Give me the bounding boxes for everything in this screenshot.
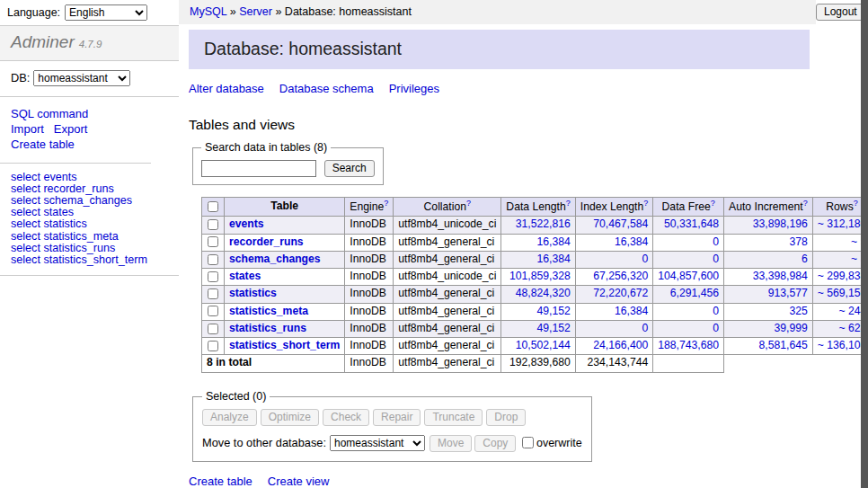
- truncate-button[interactable]: Truncate: [424, 409, 483, 426]
- row-checkbox[interactable]: [208, 271, 218, 282]
- auto-increment-link[interactable]: 8,581,645: [759, 339, 808, 351]
- optimize-button[interactable]: Optimize: [261, 409, 319, 426]
- help-link[interactable]: ?: [643, 199, 648, 208]
- auto-increment-link[interactable]: 39,999: [774, 322, 807, 334]
- data-free-link[interactable]: 0: [713, 322, 719, 334]
- select-all-cell: [202, 198, 225, 217]
- data-length-link[interactable]: 31,522,816: [516, 217, 571, 230]
- logout-button[interactable]: Logout: [816, 4, 865, 21]
- sidebar-link-sql-command[interactable]: SQL command: [11, 106, 88, 121]
- index-length-link[interactable]: 16,384: [615, 235, 648, 248]
- table-name-link[interactable]: statistics_runs: [229, 322, 306, 334]
- data-length-link[interactable]: 16,384: [537, 253, 571, 265]
- rows-estimate-link[interactable]: ~ 136,108: [818, 339, 861, 351]
- row-checkbox[interactable]: [208, 341, 218, 351]
- sidebar-select-recorder_runs[interactable]: select recorder_runs: [11, 183, 168, 195]
- link-create-view[interactable]: Create view: [268, 475, 330, 488]
- search-button[interactable]: Search: [324, 160, 375, 177]
- data-free-link[interactable]: 0: [713, 253, 719, 265]
- help-link[interactable]: ?: [854, 199, 858, 208]
- data-free-link[interactable]: 188,743,680: [658, 339, 719, 351]
- data-free-link[interactable]: 104,857,600: [658, 270, 719, 282]
- table-name-link[interactable]: statistics: [229, 287, 277, 299]
- table-name-link[interactable]: recorder_runs: [229, 235, 304, 248]
- row-checkbox[interactable]: [208, 236, 218, 247]
- breadcrumb-link[interactable]: Server: [239, 5, 272, 18]
- language-select[interactable]: English: [65, 4, 147, 21]
- table-name-link[interactable]: states: [229, 270, 261, 282]
- auto-increment-link[interactable]: 913,577: [768, 287, 808, 299]
- sidebar-select-statistics[interactable]: select statistics: [11, 218, 168, 230]
- data-length-link[interactable]: 16,384: [537, 235, 571, 248]
- table-name-link[interactable]: schema_changes: [229, 253, 321, 265]
- scrollbar-thumb[interactable]: [861, 0, 868, 488]
- help-link[interactable]: ?: [711, 199, 715, 208]
- rows-estimate-link[interactable]: ~ 5: [851, 235, 861, 248]
- index-length-link[interactable]: 24,166,400: [593, 339, 648, 351]
- data-length-link[interactable]: 101,859,328: [509, 270, 571, 282]
- drop-button[interactable]: Drop: [486, 409, 526, 426]
- help-link[interactable]: ?: [466, 199, 471, 208]
- row-checkbox[interactable]: [208, 288, 218, 299]
- rows-estimate-link[interactable]: ~ 244: [838, 305, 861, 317]
- index-length-link[interactable]: 70,467,584: [593, 217, 648, 230]
- sidebar-link-import[interactable]: Import: [11, 121, 44, 137]
- sidebar-link-export[interactable]: Export: [54, 121, 88, 137]
- index-length-link[interactable]: 67,256,320: [593, 270, 648, 282]
- link-privileges[interactable]: Privileges: [389, 82, 439, 95]
- move-db-select[interactable]: homeassistant: [330, 435, 425, 451]
- auto-increment-link[interactable]: 325: [789, 305, 807, 317]
- check-button[interactable]: Check: [323, 409, 369, 426]
- table-name-link[interactable]: statistics_meta: [229, 305, 308, 317]
- move-button[interactable]: Move: [430, 435, 472, 452]
- select-all-checkbox[interactable]: [208, 201, 218, 212]
- row-checkbox[interactable]: [208, 254, 218, 265]
- analyze-button[interactable]: Analyze: [202, 409, 257, 426]
- breadcrumb-link[interactable]: MySQL: [190, 5, 226, 18]
- auto-increment-link[interactable]: 6: [802, 253, 808, 265]
- row-checkbox[interactable]: [208, 306, 218, 316]
- index-length-link[interactable]: 0: [642, 253, 649, 265]
- help-link[interactable]: ?: [803, 199, 808, 208]
- index-length-link[interactable]: 0: [642, 322, 649, 334]
- sidebar-select-statistics_short_term[interactable]: select statistics_short_term: [11, 254, 168, 266]
- auto-increment-link[interactable]: 33,398,984: [753, 270, 808, 282]
- rows-estimate-link[interactable]: ~ 628: [838, 322, 861, 334]
- search-input[interactable]: [201, 160, 316, 177]
- db-select[interactable]: homeassistant: [33, 70, 130, 86]
- auto-increment-link[interactable]: 378: [789, 235, 807, 248]
- link-alter-database[interactable]: Alter database: [189, 82, 264, 95]
- row-checkbox[interactable]: [208, 219, 218, 230]
- data-length-link[interactable]: 49,152: [537, 322, 571, 334]
- copy-button[interactable]: Copy: [474, 435, 516, 452]
- link-create-table[interactable]: Create table: [189, 475, 252, 488]
- data-length-link[interactable]: 48,824,320: [516, 287, 571, 299]
- data-length-link[interactable]: 49,152: [537, 305, 571, 317]
- index-length-link[interactable]: 16,384: [615, 305, 648, 317]
- data-free-link[interactable]: 0: [713, 235, 719, 248]
- table-name-link[interactable]: statistics_short_term: [229, 339, 340, 351]
- rows-estimate-link[interactable]: ~ 3: [851, 253, 861, 265]
- overwrite-checkbox[interactable]: [522, 437, 534, 448]
- link-database-schema[interactable]: Database schema: [279, 82, 374, 95]
- sidebar-select-statistics_meta[interactable]: select statistics_meta: [11, 231, 168, 243]
- help-link[interactable]: ?: [566, 199, 571, 208]
- sidebar-select-events[interactable]: select events: [11, 172, 168, 183]
- row-checkbox[interactable]: [208, 324, 218, 334]
- rows-estimate-link[interactable]: ~ 569,159: [818, 287, 861, 299]
- repair-button[interactable]: Repair: [373, 409, 421, 426]
- index-length-link[interactable]: 72,220,672: [593, 287, 648, 299]
- scrollbar[interactable]: [861, 0, 868, 488]
- data-free-link[interactable]: 50,331,648: [664, 217, 719, 230]
- data-free-link[interactable]: 0: [713, 305, 719, 317]
- sidebar-link-create-table[interactable]: Create table: [11, 137, 75, 152]
- table-name-link[interactable]: events: [229, 217, 264, 230]
- rows-estimate-link[interactable]: ~ 312,180: [818, 217, 861, 230]
- data-free-link[interactable]: 6,291,456: [670, 287, 719, 299]
- auto-increment-link[interactable]: 33,898,196: [753, 217, 808, 230]
- help-link[interactable]: ?: [384, 199, 388, 208]
- sidebar-select-statistics_runs[interactable]: select statistics_runs: [11, 243, 168, 254]
- data-length-link[interactable]: 10,502,144: [516, 339, 571, 351]
- rows-estimate-link[interactable]: ~ 299,833: [818, 270, 861, 282]
- language-bar: Language:English: [0, 0, 179, 25]
